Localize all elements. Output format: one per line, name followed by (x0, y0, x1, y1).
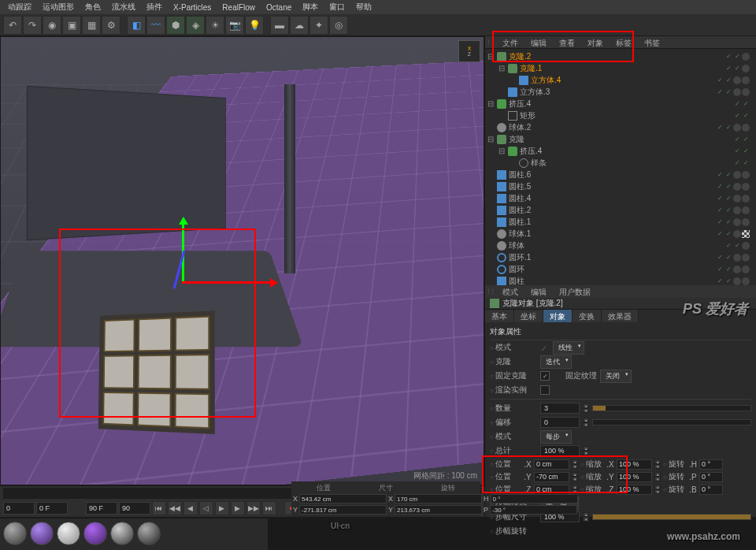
attr-edit-tab[interactable]: 编辑 (524, 285, 553, 298)
tree-item-克隆.1[interactable]: ⊟克隆.1✓✓ (487, 62, 754, 74)
menu-插件[interactable]: 插件 (142, 0, 167, 14)
pos-z-input[interactable] (534, 485, 569, 495)
redo-icon[interactable]: ↷ (23, 16, 42, 35)
generator-icon[interactable]: ⬢ (166, 16, 185, 35)
scale-z-input[interactable] (617, 485, 652, 495)
attr-tab-基本[interactable]: 基本 (485, 310, 514, 322)
render-icon[interactable]: ▣ (62, 16, 81, 35)
offset-input[interactable] (540, 417, 580, 428)
tree-item-圆柱.1[interactable]: 圆柱.1✓✓ (487, 216, 754, 228)
objmgr-tab-文件[interactable]: 文件 (496, 36, 524, 48)
rot-b-input[interactable] (699, 485, 723, 495)
material-slot-5[interactable] (110, 522, 134, 545)
tree-item-克隆.2[interactable]: ⊟克隆.2✓✓ (487, 50, 754, 62)
menu-窗口[interactable]: 窗口 (324, 0, 350, 14)
menu-运动图形[interactable]: 运动图形 (38, 0, 79, 14)
scale-y-input[interactable] (617, 472, 652, 482)
tree-item-矩形[interactable]: 矩形✓✓ (487, 110, 754, 121)
menu-角色[interactable]: 角色 (80, 0, 106, 14)
stepmode-dropdown[interactable]: 每步 (540, 430, 572, 444)
tree-item-圆柱.6[interactable]: 圆柱.6✓✓ (487, 169, 754, 180)
object-manager-tree[interactable]: ⊟克隆.2✓✓⊟克隆.1✓✓立方体.4✓✓立方体.3✓✓⊟挤压.4✓✓矩形✓✓球… (485, 49, 756, 285)
material-slot-4[interactable] (83, 522, 107, 545)
goto-start-button[interactable]: ⏮ (152, 501, 166, 515)
tree-item-球体.1[interactable]: 球体.1✓✓ (487, 228, 754, 240)
coord-rot-h[interactable] (491, 494, 578, 504)
menu-动跟踪[interactable]: 动跟踪 (3, 0, 36, 14)
axis-orientation-widget[interactable]: X Z (458, 40, 480, 62)
tree-item-圆柱[interactable]: 圆柱✓✓ (487, 275, 754, 285)
menu-帮助[interactable]: 帮助 (351, 0, 376, 14)
deformer-icon[interactable]: ◈ (186, 16, 205, 35)
menu-Octane[interactable]: Octane (261, 2, 296, 13)
timeline-end-input[interactable] (86, 502, 117, 515)
attr-tab-坐标[interactable]: 坐标 (514, 310, 543, 322)
tree-item-立方体.3[interactable]: 立方体.3✓✓ (487, 86, 754, 98)
tree-item-圆柱.5[interactable]: 圆柱.5✓✓ (487, 180, 754, 192)
sky-icon[interactable]: ☁ (290, 16, 309, 35)
tree-item-圆环[interactable]: 圆环✓✓ (487, 263, 754, 275)
prev-key-button[interactable]: ◀◀ (168, 501, 182, 515)
count-input[interactable] (540, 403, 580, 414)
objmgr-tab-编辑[interactable]: 编辑 (524, 36, 553, 48)
render-settings-icon[interactable]: ⚙ (102, 16, 120, 35)
menu-RealFlow[interactable]: RealFlow (217, 2, 260, 13)
viewport-perspective[interactable]: X Z 网格间距 : 100 cm (0, 36, 484, 485)
scale-x-input[interactable] (617, 459, 652, 470)
stepsize-slider[interactable] (592, 514, 751, 520)
rf-icon[interactable]: ◎ (329, 16, 348, 35)
tree-item-球体[interactable]: 球体✓✓ (487, 240, 754, 251)
attr-tab-变换[interactable]: 变换 (573, 310, 602, 322)
undo-icon[interactable]: ↶ (3, 16, 22, 35)
clone-dropdown[interactable]: 迭代 (540, 355, 572, 369)
objmgr-tab-对象[interactable]: 对象 (581, 36, 610, 48)
play-button[interactable]: ▶ (215, 501, 229, 515)
objmgr-tab-书签[interactable]: 书签 (638, 36, 666, 48)
objmgr-tab-标签[interactable]: 标签 (610, 36, 638, 48)
goto-end-button[interactable]: ⏭ (262, 501, 276, 515)
tree-item-立方体.4[interactable]: 立方体.4✓✓ (487, 74, 754, 86)
coord-pos-x[interactable] (299, 494, 387, 504)
rot-p-input[interactable] (699, 472, 723, 482)
xp-icon[interactable]: ✦ (309, 16, 328, 35)
tree-item-圆柱.2[interactable]: 圆柱.2✓✓ (487, 204, 754, 216)
timeline-range-end-input[interactable] (119, 502, 150, 515)
menu-流水线[interactable]: 流水线 (107, 0, 140, 14)
play-back-button[interactable]: ◁ (199, 501, 213, 515)
total-input[interactable] (540, 445, 580, 456)
attr-tab-对象[interactable]: 对象 (543, 310, 573, 322)
next-key-button[interactable]: ▶▶ (246, 501, 261, 515)
rot-h-input[interactable] (699, 459, 723, 470)
environment-icon[interactable]: ☀ (206, 16, 224, 35)
coord-size-x[interactable] (395, 494, 482, 504)
objmgr-tab-查看[interactable]: 查看 (553, 36, 581, 48)
material-slot-2[interactable] (30, 522, 54, 545)
camera-icon[interactable]: 📷 (225, 16, 244, 35)
menu-X-Particles[interactable]: X-Particles (169, 2, 216, 13)
count-slider[interactable] (592, 405, 751, 411)
live-icon[interactable]: ◉ (43, 16, 61, 35)
cube-primitive-icon[interactable]: ◧ (127, 16, 146, 35)
timeline-current-input[interactable] (36, 502, 68, 515)
coord-rot-p[interactable] (490, 505, 577, 515)
pos-y-input[interactable] (534, 472, 569, 482)
tree-item-样条[interactable]: 样条✓✓ (487, 157, 754, 169)
spline-icon[interactable]: 〰 (146, 16, 165, 35)
render-region-icon[interactable]: ▦ (82, 16, 101, 35)
material-slot-6[interactable] (137, 522, 161, 545)
menu-脚本[interactable]: 脚本 (298, 0, 323, 14)
coord-size-y[interactable] (395, 505, 482, 515)
tree-item-圆环.1[interactable]: 圆环.1✓✓ (487, 251, 754, 263)
fixclone-checkbox[interactable]: ✓ (540, 371, 550, 381)
material-slot-3[interactable] (57, 522, 80, 545)
prev-frame-button[interactable]: ◀ (183, 501, 198, 515)
tree-item-圆柱.4[interactable]: 圆柱.4✓✓ (487, 192, 754, 204)
attr-userdata-tab[interactable]: 用户数据 (553, 285, 597, 298)
light-icon[interactable]: 💡 (245, 16, 264, 35)
coord-pos-y[interactable] (299, 505, 387, 515)
fixtex-dropdown[interactable]: 关闭 (600, 370, 632, 383)
instance-checkbox[interactable] (540, 385, 550, 395)
offset-slider[interactable] (592, 419, 751, 426)
next-frame-button[interactable]: ▶ (231, 501, 245, 515)
tree-item-挤压.4[interactable]: ⊟挤压.4✓✓ (487, 98, 754, 110)
